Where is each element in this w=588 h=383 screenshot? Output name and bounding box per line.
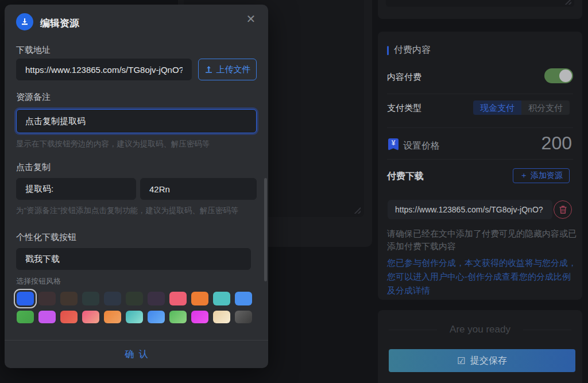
plus-icon: ＋ — [520, 171, 528, 181]
style-swatch[interactable] — [235, 311, 252, 323]
pay-type-cash-button[interactable]: 现金支付 — [473, 100, 521, 115]
toggle-knob — [559, 69, 572, 82]
upload-file-button[interactable]: 上传文件 — [198, 59, 257, 80]
style-swatch[interactable] — [126, 311, 143, 323]
pay-type-segmented: 现金支付 积分支付 — [473, 100, 570, 115]
style-swatch[interactable] — [60, 311, 78, 323]
remark-input[interactable] — [16, 109, 257, 133]
top-textarea[interactable] — [386, 0, 574, 7]
style-swatch[interactable] — [169, 292, 187, 305]
style-swatch[interactable] — [60, 292, 78, 305]
edit-resource-modal: 编辑资源 ✕ 下载地址 上传文件 资源备注 显示在下载按钮旁边的内容，建议为提取… — [5, 5, 268, 368]
divider — [523, 330, 571, 330]
style-swatch[interactable] — [235, 292, 252, 305]
close-icon[interactable]: ✕ — [242, 10, 260, 28]
ready-text: Are you ready — [450, 324, 510, 335]
modal-scrollbar-thumb[interactable] — [264, 178, 267, 281]
submit-save-button[interactable]: ☑ 提交保存 — [389, 349, 575, 372]
price-value[interactable]: 200 — [541, 133, 572, 154]
style-swatch[interactable] — [38, 292, 56, 305]
divider — [387, 159, 573, 160]
add-resource-label: 添加资源 — [531, 171, 563, 181]
confirm-button[interactable]: 确认 — [121, 349, 153, 361]
section-title: 付费内容 — [387, 44, 431, 56]
price-badge-icon: ¥ — [388, 138, 399, 150]
paid-download-label: 付费下载 — [387, 171, 424, 183]
style-swatch[interactable] — [169, 311, 187, 323]
paid-content-card: 付费内容 内容付费 支付类型 现金支付 积分支付 ¥ 设置价格 200 付费下载… — [378, 32, 582, 300]
trash-icon — [559, 205, 567, 214]
style-swatch[interactable] — [213, 292, 230, 305]
custom-button-input[interactable] — [16, 248, 251, 270]
style-swatch[interactable] — [104, 311, 121, 323]
upload-file-label: 上传文件 — [216, 64, 251, 75]
content-pay-label: 内容付费 — [387, 72, 421, 83]
style-swatch[interactable] — [17, 311, 34, 323]
section-accent-bar — [387, 46, 389, 55]
submit-save-label: 提交保存 — [470, 355, 507, 367]
style-swatch[interactable] — [148, 311, 165, 323]
style-swatch[interactable] — [104, 292, 121, 305]
add-resource-button[interactable]: ＋ 添加资源 — [513, 168, 570, 183]
download-url-label: 下载地址 — [16, 45, 51, 56]
submit-card: Are you ready ☑ 提交保存 — [378, 310, 582, 383]
resize-grip-icon[interactable] — [564, 0, 571, 5]
custom-button-label: 个性化下载按钮 — [16, 232, 76, 243]
style-picker-label: 选择按钮风格 — [16, 276, 61, 287]
top-card — [378, 0, 582, 19]
divider — [387, 127, 573, 128]
style-swatch[interactable] — [82, 311, 99, 323]
style-swatch[interactable] — [148, 292, 165, 305]
resource-url-input[interactable] — [388, 200, 552, 219]
style-swatch[interactable] — [191, 311, 208, 323]
pay-type-points-button[interactable]: 积分支付 — [521, 100, 570, 115]
style-swatch[interactable] — [213, 311, 230, 323]
pay-type-label: 支付类型 — [387, 103, 421, 114]
paid-hint-text: 请确保已经在文中添加了付费可见的隐藏内容或已添加付费下载内容 — [387, 227, 578, 253]
style-swatch[interactable] — [17, 292, 34, 305]
modal-title: 编辑资源 — [40, 17, 79, 30]
remark-hint: 显示在下载按钮旁边的内容，建议为提取码、解压密码等 — [16, 139, 210, 149]
paid-content-title: 付费内容 — [394, 44, 431, 56]
download-icon — [16, 13, 33, 30]
modal-footer: 确认 — [5, 340, 268, 368]
resize-grip-icon[interactable] — [354, 207, 361, 214]
delete-resource-button[interactable] — [554, 200, 572, 219]
click-copy-hint: 为"资源备注"按钮添加点击复制功能，建议为提取码、解压密码等 — [16, 206, 239, 216]
style-swatch[interactable] — [126, 292, 143, 305]
swatch-row-2 — [17, 311, 252, 323]
style-swatch[interactable] — [82, 292, 99, 305]
divider — [389, 330, 437, 330]
revenue-share-link[interactable]: 您已参与创作分成，本文获得的收益将与您分成，您可以进入用户中心-创作分成查看您的… — [387, 256, 579, 297]
price-label: 设置价格 — [403, 140, 440, 152]
swatch-row-1 — [17, 292, 252, 305]
remark-label: 资源备注 — [16, 92, 51, 103]
divider — [387, 94, 573, 94]
download-url-input[interactable] — [16, 59, 192, 80]
content-pay-toggle[interactable] — [544, 68, 573, 83]
copy-key-input[interactable] — [16, 178, 136, 200]
style-swatch[interactable] — [191, 292, 208, 305]
style-swatch[interactable] — [38, 311, 56, 323]
upload-icon — [204, 65, 213, 73]
copy-code-input[interactable] — [140, 178, 257, 200]
checkbox-icon: ☑ — [457, 355, 465, 366]
click-copy-label: 点击复制 — [16, 162, 51, 173]
